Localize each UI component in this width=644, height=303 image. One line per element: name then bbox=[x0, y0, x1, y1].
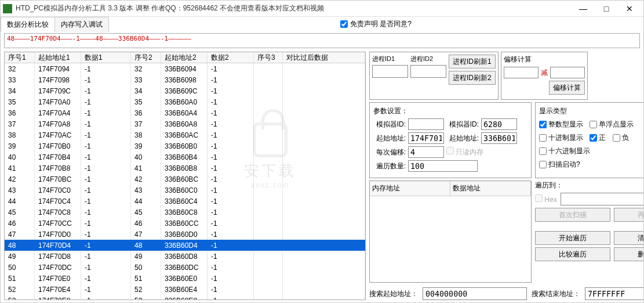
mem-list-body[interactable] bbox=[370, 196, 531, 282]
tab-data-compare[interactable]: 数据分析比较 bbox=[1, 17, 55, 32]
table-row[interactable]: 36174F70A4-136336B60A4-1 bbox=[5, 107, 365, 118]
app-icon bbox=[3, 4, 12, 13]
col-seq2[interactable]: 序号2 bbox=[131, 52, 161, 63]
int-display-label[interactable]: 整数型显示 bbox=[539, 120, 583, 129]
positive-label[interactable]: 正 bbox=[590, 133, 606, 143]
col-addr1[interactable]: 起始地址1 bbox=[35, 52, 81, 63]
col-data1[interactable]: 数据1 bbox=[81, 52, 131, 63]
search-bar: 搜索起始地址： 搜索结束地址： bbox=[369, 285, 643, 300]
table-row[interactable]: 52174F70E4-152336B60E4-1 bbox=[5, 284, 365, 295]
offset-box: 偏移计算 减 偏移计算 bbox=[501, 52, 588, 100]
float-display-label[interactable]: 单浮点显示 bbox=[590, 120, 634, 129]
search-end-label: 搜索结束地址： bbox=[532, 289, 580, 299]
emulator-id1-input[interactable] bbox=[408, 118, 444, 130]
table-row[interactable]: 51174F70E0-151336B60E0-1 bbox=[5, 273, 365, 284]
offset-input-a[interactable] bbox=[504, 67, 539, 78]
hex-display-checkbox[interactable] bbox=[539, 147, 547, 155]
table-row[interactable]: 48174F70D4-148336B60D4-1 bbox=[5, 240, 365, 251]
proc-id1-input[interactable] bbox=[372, 65, 408, 78]
table-row[interactable]: 33174F7098-133336B6098-1 bbox=[5, 74, 365, 85]
memory-list: 内存地址 数据地址 bbox=[369, 181, 532, 283]
col-compared[interactable]: 对比过后数据 bbox=[283, 52, 365, 63]
data-grid: 序号1 起始地址1 数据1 序号2 起始地址2 数据2 序号3 对比过后数据 3… bbox=[4, 52, 366, 300]
display-title: 显示类型 bbox=[539, 106, 643, 116]
table-row[interactable]: 37174F70A8-137336B60A8-1 bbox=[5, 118, 365, 129]
iter-count-input[interactable] bbox=[408, 160, 478, 172]
float-display-checkbox[interactable] bbox=[590, 121, 597, 128]
offset-input-b[interactable] bbox=[550, 67, 585, 78]
col-data2[interactable]: 数据2 bbox=[208, 52, 254, 63]
col-seq3[interactable]: 序号3 bbox=[254, 52, 283, 63]
table-row[interactable]: 34174F709C-134336B609C-1 bbox=[5, 85, 365, 96]
tab-memory-write[interactable]: 内存写入调试 bbox=[54, 17, 109, 32]
search-end-input[interactable] bbox=[585, 287, 643, 300]
clear-iterate-button[interactable]: 清空遍历 bbox=[614, 231, 643, 245]
proc-id1-label: 进程ID1 bbox=[372, 55, 408, 63]
dec-display-checkbox[interactable] bbox=[539, 134, 547, 142]
disclaimer-checkbox-label[interactable]: 免责声明 是否同意? bbox=[340, 19, 412, 29]
close-button[interactable]: ✕ bbox=[618, 1, 641, 16]
start-iterate-button[interactable]: 开始遍历 bbox=[535, 231, 610, 245]
proc-id2-input[interactable] bbox=[410, 65, 446, 78]
start-addr1-input[interactable] bbox=[408, 132, 444, 144]
again-scan-button[interactable]: 再次扫描 bbox=[614, 208, 643, 222]
hex-display-label[interactable]: 十六进制显示 bbox=[539, 146, 590, 156]
titlebar: HTD_PC模拟器内存分析工具 3.3 版本 调整 作者QQ：952684462… bbox=[1, 1, 643, 17]
grid-body[interactable]: 32174F7094-132336B6094-133174F7098-13333… bbox=[5, 63, 365, 300]
table-row[interactable]: 43174F70C0-143336B60C0-1 bbox=[5, 185, 365, 196]
offset-calc-button[interactable]: 偏移计算 bbox=[549, 81, 585, 95]
scan-value-input[interactable] bbox=[561, 193, 643, 205]
tabs: 数据分析比较 内存写入调试 bbox=[1, 17, 108, 32]
table-row[interactable]: 44174F70C4-144336B60C4-1 bbox=[5, 196, 365, 207]
params-box: 参数设置： 模拟器ID: 模拟器ID: 起始地址: 起始地址: 每 bbox=[369, 102, 532, 178]
table-row[interactable]: 40174F70B4-140336B60B4-1 bbox=[5, 152, 365, 163]
int-display-checkbox[interactable] bbox=[539, 121, 547, 128]
readonly-mem-label[interactable]: 只读内存 bbox=[446, 147, 483, 157]
negative-label[interactable]: 负 bbox=[613, 133, 629, 143]
display-type-box: 显示类型 整数型显示 单浮点显示 十进制显示 正 负 十六进制显示 扫描启动? bbox=[535, 102, 643, 178]
window-title: HTD_PC模拟器内存分析工具 3.3 版本 调整 作者QQ：952684462… bbox=[16, 3, 572, 13]
hex-checkbox bbox=[535, 194, 543, 202]
table-row[interactable]: 32174F7094-132336B6094-1 bbox=[5, 63, 365, 74]
proc-id2-label: 进程ID2 bbox=[410, 55, 446, 63]
proc-refresh1-button[interactable]: 进程ID刷新1 bbox=[449, 55, 496, 68]
table-row[interactable]: 46174F70CC-146336B60CC-1 bbox=[5, 218, 365, 229]
col-seq1[interactable]: 序号1 bbox=[5, 52, 35, 63]
table-row[interactable]: 38174F70AC-138336B60AC-1 bbox=[5, 129, 365, 140]
readonly-mem-checkbox bbox=[446, 147, 454, 154]
selected-row-strip: 48————174F70D4———-1————48————336B60D4———… bbox=[4, 33, 640, 48]
proc-refresh2-button[interactable]: 进程ID刷新2 bbox=[449, 71, 496, 85]
positive-checkbox[interactable] bbox=[590, 134, 597, 142]
offset-minus-label: 减 bbox=[541, 68, 548, 78]
negative-checkbox[interactable] bbox=[613, 134, 620, 142]
params-title: 参数设置： bbox=[373, 106, 527, 116]
table-row[interactable]: 42174F70BC-142336B60BC-1 bbox=[5, 174, 365, 185]
table-row[interactable]: 50174F70DC-150336B60DC-1 bbox=[5, 262, 365, 273]
offset-title: 偏移计算 bbox=[504, 55, 585, 64]
scan-start-label[interactable]: 扫描启动? bbox=[539, 160, 580, 169]
table-row[interactable]: 41174F70B8-141336B60B8-1 bbox=[5, 163, 365, 174]
dec-display-label[interactable]: 十进制显示 bbox=[539, 133, 583, 143]
disclaimer-checkbox[interactable] bbox=[340, 20, 348, 28]
table-row[interactable]: 47174F70D0-147336B60D0-1 bbox=[5, 229, 365, 240]
search-start-input[interactable] bbox=[423, 287, 527, 300]
mem-col-addr[interactable]: 内存地址 bbox=[370, 181, 450, 196]
maximize-button[interactable]: □ bbox=[595, 1, 618, 16]
emulator-id2-input[interactable] bbox=[481, 118, 517, 130]
scan-start-checkbox[interactable] bbox=[539, 161, 547, 168]
minimize-button[interactable]: — bbox=[572, 1, 595, 16]
delete-blank-button[interactable]: 删除空白 bbox=[614, 247, 643, 261]
scan-box: 遍历到： Hex 首次扫描 再次扫描 开始遍历 清空遍历 bbox=[535, 181, 643, 283]
first-scan-button[interactable]: 首次扫描 bbox=[535, 208, 610, 222]
table-row[interactable]: 53174F70E8-153336B60E8-1 bbox=[5, 295, 365, 300]
table-row[interactable]: 35174F70A0-135336B60A0-1 bbox=[5, 96, 365, 107]
hex-label[interactable]: Hex bbox=[535, 194, 557, 204]
offset-each-input[interactable] bbox=[408, 146, 444, 158]
table-row[interactable]: 39174F70B0-139336B60B0-1 bbox=[5, 140, 365, 152]
col-addr2[interactable]: 起始地址2 bbox=[161, 52, 208, 63]
start-addr2-input[interactable] bbox=[481, 132, 517, 144]
table-row[interactable]: 49174F70D8-149336B60D8-1 bbox=[5, 251, 365, 262]
compare-iterate-button[interactable]: 比较遍历 bbox=[535, 247, 610, 261]
mem-col-data[interactable]: 数据地址 bbox=[450, 181, 531, 196]
table-row[interactable]: 45174F70C8-145336B60C8-1 bbox=[5, 207, 365, 218]
